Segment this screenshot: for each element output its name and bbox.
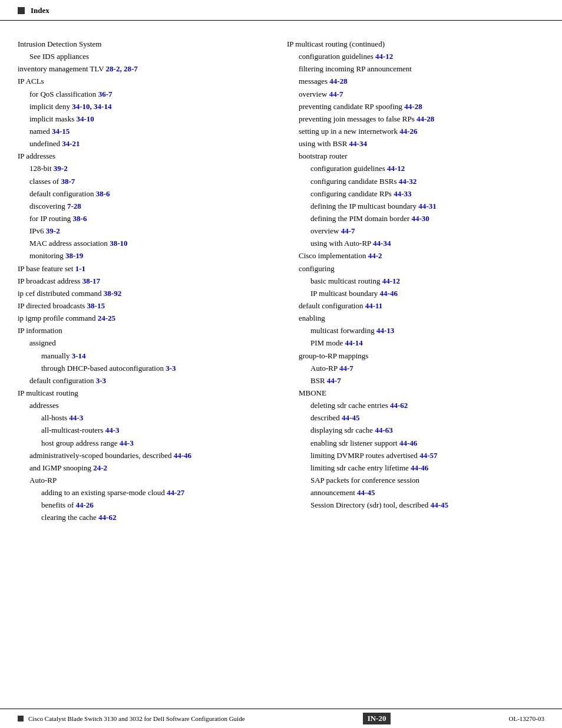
list-item: named 34-15 xyxy=(29,126,275,137)
index-link[interactable]: 38-17 xyxy=(82,276,100,285)
list-item: Session Directory (sdr) tool, described … xyxy=(310,499,544,511)
index-link[interactable]: 44-46 xyxy=(411,463,428,472)
index-link[interactable]: 3-3 xyxy=(166,364,176,373)
index-link[interactable]: 39-2 xyxy=(46,226,60,235)
index-link[interactable]: 34-10 xyxy=(76,114,94,123)
index-link[interactable]: 39-2 xyxy=(54,164,68,173)
index-link[interactable]: 44-63 xyxy=(375,426,392,434)
list-item: using with Auto-RP 44-34 xyxy=(310,238,544,249)
index-link[interactable]: 44-46 xyxy=(399,439,417,447)
index-link[interactable]: 44-62 xyxy=(390,401,408,410)
index-link[interactable]: 44-7 xyxy=(339,364,353,373)
index-link[interactable]: 44-26 xyxy=(75,500,93,509)
content-area: Intrusion Detection SystemSee IDS applia… xyxy=(0,21,562,559)
index-link[interactable]: 44-30 xyxy=(412,214,429,223)
list-item: clearing the cache 44-62 xyxy=(41,512,275,523)
index-link[interactable]: 44-31 xyxy=(418,202,436,210)
list-item: ip igmp profile command 24-25 xyxy=(18,312,275,324)
list-item: Auto-RP 44-7 xyxy=(310,363,544,374)
index-link[interactable]: 7-28 xyxy=(67,202,81,210)
list-item: all-hosts 44-3 xyxy=(41,412,275,424)
index-link[interactable]: 44-2 xyxy=(368,251,382,260)
index-link[interactable]: 38-6 xyxy=(96,189,110,198)
index-link[interactable]: 38-19 xyxy=(65,251,83,260)
index-link[interactable]: 38-6 xyxy=(73,214,87,223)
index-link[interactable]: 44-3 xyxy=(120,439,134,447)
footer-icon xyxy=(18,716,24,722)
list-item: IP multicast boundary 44-46 xyxy=(310,288,544,299)
index-link[interactable]: 44-28 xyxy=(329,77,347,85)
index-link[interactable]: 44-32 xyxy=(399,177,416,186)
index-link[interactable]: 44-57 xyxy=(419,451,437,460)
list-item: preventing candidate RP spoofing 44-28 xyxy=(299,101,544,113)
index-link[interactable]: 44-45 xyxy=(431,500,448,509)
list-item: IP broadcast address 38-17 xyxy=(18,275,275,287)
index-link[interactable]: 28-2, 28-7 xyxy=(106,64,138,73)
list-item: configuring candidate BSRs 44-32 xyxy=(310,176,544,187)
list-item: configuring candidate RPs 44-33 xyxy=(310,188,544,200)
list-item: Intrusion Detection System xyxy=(18,38,275,50)
list-item: configuration guidelines 44-12 xyxy=(310,163,544,174)
index-link[interactable]: 44-45 xyxy=(342,413,359,422)
index-link[interactable]: 44-26 xyxy=(399,127,417,136)
index-link[interactable]: 44-28 xyxy=(404,102,422,111)
index-link[interactable]: 44-7 xyxy=(327,376,341,385)
list-item: monitoring 38-19 xyxy=(29,250,275,262)
list-item: See IDS appliances xyxy=(29,51,275,62)
index-link[interactable]: 38-7 xyxy=(61,177,75,186)
index-link[interactable]: 34-21 xyxy=(62,139,80,148)
list-item: IP base feature set 1-1 xyxy=(18,263,275,275)
index-link[interactable]: 44-3 xyxy=(105,426,120,434)
list-item: IP ACLs xyxy=(18,75,275,87)
index-link[interactable]: 44-34 xyxy=(349,139,367,148)
index-link[interactable]: 44-34 xyxy=(373,239,391,248)
list-item: 128-bit 39-2 xyxy=(29,163,275,174)
list-item: administratively-scoped boundaries, desc… xyxy=(29,450,275,462)
list-item: defining the IP multicast boundary 44-31 xyxy=(310,200,544,212)
index-link[interactable]: 24-25 xyxy=(98,314,115,322)
index-link[interactable]: 44-12 xyxy=(387,164,405,173)
index-link[interactable]: 38-92 xyxy=(104,289,121,298)
index-link[interactable]: 1-1 xyxy=(75,264,85,273)
page-footer: Cisco Catalyst Blade Switch 3130 and 303… xyxy=(0,709,562,728)
list-item: messages 44-28 xyxy=(299,75,544,87)
index-link[interactable]: 44-13 xyxy=(376,326,394,335)
list-item: MAC address association 38-10 xyxy=(29,238,275,249)
index-link[interactable]: 44-12 xyxy=(375,52,393,61)
index-link[interactable]: 44-14 xyxy=(345,338,363,347)
list-item: overview 44-7 xyxy=(299,88,544,100)
index-link[interactable]: 3-3 xyxy=(96,376,106,385)
list-item: default configuration 44-11 xyxy=(299,300,544,312)
list-item: and IGMP snooping 24-2 xyxy=(29,462,275,474)
index-link[interactable]: 38-15 xyxy=(87,301,105,310)
list-item: deleting sdr cache entries 44-62 xyxy=(310,400,544,411)
index-link[interactable]: 44-46 xyxy=(174,451,191,460)
list-item: discovering 7-28 xyxy=(29,200,275,212)
index-link[interactable]: 34-10, 34-14 xyxy=(72,102,111,111)
list-item: configuring xyxy=(299,263,544,275)
list-item: addresses xyxy=(29,400,275,411)
list-item: IP information xyxy=(18,325,275,337)
index-link[interactable]: 44-62 xyxy=(98,513,116,522)
index-link[interactable]: 44-3 xyxy=(69,413,83,422)
index-link[interactable]: 44-28 xyxy=(416,114,434,123)
list-item: BSR 44-7 xyxy=(310,375,544,387)
list-item: IP addresses xyxy=(18,150,275,162)
index-link[interactable]: 44-7 xyxy=(341,226,355,235)
index-link[interactable]: 38-10 xyxy=(110,239,127,248)
index-link[interactable]: 24-2 xyxy=(93,463,107,472)
list-item: IP multicast routing (continued) xyxy=(287,38,544,50)
index-link[interactable]: 44-7 xyxy=(329,90,343,98)
list-item: announcement 44-45 xyxy=(310,487,544,499)
index-link[interactable]: 3-14 xyxy=(72,351,86,360)
index-link[interactable]: 44-12 xyxy=(382,276,400,285)
index-link[interactable]: 44-11 xyxy=(365,301,383,310)
index-link[interactable]: 36-7 xyxy=(98,90,113,98)
index-link[interactable]: 44-33 xyxy=(394,189,411,198)
index-link[interactable]: 44-46 xyxy=(380,289,398,298)
index-link[interactable]: 34-15 xyxy=(52,127,70,136)
index-link[interactable]: 44-27 xyxy=(167,488,184,497)
list-item: for QoS classification 36-7 xyxy=(29,88,275,100)
list-item: undefined 34-21 xyxy=(29,138,275,150)
index-link[interactable]: 44-45 xyxy=(357,488,375,497)
